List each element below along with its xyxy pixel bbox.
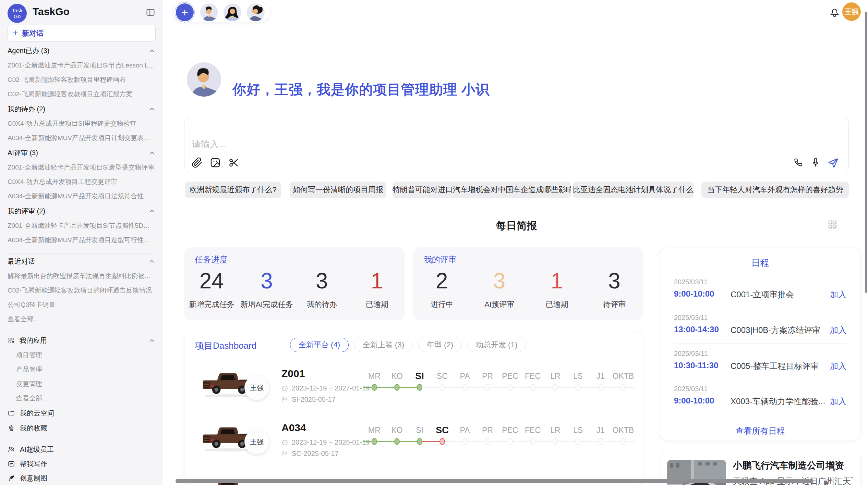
sidebar-item-favorites[interactable]: 我的收藏 [8, 421, 155, 436]
scissors-icon[interactable] [228, 157, 239, 168]
stat-label: 新增完成任务 [184, 299, 239, 310]
milestone-label: PA [454, 424, 476, 436]
milestone: PA [454, 424, 476, 445]
app-item[interactable]: 查看全部... [8, 391, 155, 406]
filter-pill[interactable]: 全新平台 (4) [290, 338, 349, 352]
new-chat-label: 新对话 [22, 28, 44, 38]
sidebar-header: Task Go TaskGo [0, 0, 163, 24]
sidebar-collapse-icon[interactable] [146, 8, 155, 17]
project-row[interactable]: 王强A0342023-12-19 ~ 2026-01-19SC-2025-05-… [184, 421, 643, 475]
suggestion-chip[interactable]: 当下年轻人对汽车外观有怎样的喜好趋势 [701, 182, 849, 198]
plus-icon: + [181, 6, 188, 19]
chat-input[interactable]: 请输入... [192, 138, 226, 150]
task-item[interactable]: A034-全新新能源MUV产品开发项目法规符合性评审 [8, 189, 155, 203]
event-date: 2025/03/11 [674, 350, 708, 358]
milestone-label: LS [567, 370, 589, 382]
milestone: FEC [521, 370, 544, 391]
attach-icon[interactable] [192, 157, 203, 168]
task-item[interactable]: Z001-全新燃油皮卡产品开发项目SI节点Lesson Learn报告 [8, 58, 155, 73]
section-header[interactable]: 我的待办 (2) [8, 101, 155, 116]
view-all-chats-link[interactable]: 查看全部... [8, 312, 155, 326]
milestone: PR [476, 424, 499, 445]
suggestion-chip[interactable]: 如何写一份清晰的项目周报 [290, 182, 386, 198]
task-item[interactable]: C0X4-动力总成开发项目SI里程碑提交物检查 [8, 116, 155, 131]
send-icon[interactable] [828, 157, 839, 168]
sidebar-item-cloud[interactable]: 我的云空间 [8, 406, 155, 421]
phone-icon[interactable] [793, 157, 804, 167]
sidebar-tool-people[interactable]: AI超级员工 [8, 442, 155, 457]
task-item[interactable]: C02-飞腾新能源轻客改款项目里程碑画布 [8, 73, 155, 87]
user-avatar[interactable]: 王强 [842, 2, 861, 21]
mic-icon[interactable] [810, 157, 821, 167]
filter-pill[interactable]: 动总开发 (1) [467, 338, 526, 352]
task-item[interactable]: C0X4-动力总成开发项目工程变更评审 [8, 175, 155, 189]
horizontal-scrollbar[interactable] [176, 479, 813, 483]
section-header[interactable]: Agent已办 (3) [8, 43, 155, 58]
recent-chat-item[interactable]: 解释最新出台的欧盟报废车法规再生塑料比例被调至15%... [8, 269, 155, 283]
join-link[interactable]: 加入 [830, 289, 846, 300]
suggestion-chip[interactable]: 欧洲新规最近颁布了什么? [185, 182, 281, 198]
project-row[interactable]: 王强Z0012023-12-19 ~ 2027-01-19SI-2025-05-… [184, 366, 643, 421]
stat-label: 新增AI完成任务 [239, 299, 294, 310]
greeting-text: 你好，王强，我是你的项目管理助理 小识 [232, 80, 490, 99]
suggestion-chip[interactable]: 特朗普可能对进口汽车增税会对中国车企造成哪些影响 [393, 182, 571, 198]
agent-avatar-3[interactable] [247, 3, 265, 21]
sidebar-tool-quill[interactable]: 创意制图 [8, 471, 155, 485]
section-header[interactable]: AI评审 (3) [8, 145, 155, 160]
app-item[interactable]: 变更管理 [8, 377, 155, 391]
section-label: 我的应用 [20, 336, 47, 345]
project-flag: SI-2025-05-17 [281, 396, 336, 403]
task-item[interactable]: A034-全新新能源MUV产品开发项目计划变更表编写 [8, 131, 155, 145]
dashboard-filters: 全新平台 (4)全新上装 (3)年型 (2)动总开发 (1) [290, 338, 526, 352]
filter-pill[interactable]: 全新上装 (3) [354, 338, 413, 352]
chevron-up-icon [148, 47, 155, 54]
section-label: 我的待办 (2) [8, 104, 45, 114]
image-upload-icon[interactable] [210, 157, 221, 168]
recent-chat-item[interactable]: 公司Q3轻卡销量 [8, 298, 155, 312]
add-agent-button[interactable]: + [176, 3, 194, 21]
stat-value: 1 [349, 269, 405, 293]
milestone-label: SC [431, 424, 454, 436]
milestone-dot [575, 384, 581, 391]
milestone-label: KO [386, 370, 408, 382]
milestone-label: PA [454, 370, 476, 382]
task-item[interactable]: Z001-全新燃油轻卡产品开发项目SI节点属性5D文件评审 [8, 219, 155, 233]
join-link[interactable]: 加入 [830, 396, 846, 407]
stat-value: 24 [184, 269, 239, 293]
recent-chat-item[interactable]: C02-飞腾新能源轻客改款项目的闭环通告反馈情况 [8, 283, 155, 298]
agent-avatar-2[interactable] [224, 3, 241, 21]
new-chat-button[interactable]: + 新对话 [8, 25, 156, 42]
task-item[interactable]: A034-全新新能源MUV产品开发项目造型可行性评审 [8, 233, 155, 247]
project-flag: SC-2025-05-17 [281, 450, 339, 458]
layout-grid-icon[interactable] [827, 219, 837, 229]
task-item[interactable]: Z001-全新燃油轻卡产品开发项目SI造型提交物评审 [8, 160, 155, 175]
join-link[interactable]: 加入 [830, 361, 846, 372]
scroll-down-icon[interactable]: ▼ [831, 467, 837, 474]
section-header[interactable]: 最近对话 [8, 254, 155, 269]
app-item[interactable]: 产品管理 [8, 362, 155, 377]
section-header[interactable]: 我的评审 (2) [8, 203, 155, 219]
section-header[interactable]: 我的应用 [8, 333, 155, 348]
folder-icon [8, 409, 15, 417]
task-item[interactable]: C02-飞腾新能源轻客改款项目立项汇报方案 [8, 87, 155, 101]
scroll-right-icon[interactable]: ▶ [824, 478, 829, 485]
stat-label: 待评审 [586, 299, 643, 310]
milestone: KO [386, 424, 408, 445]
milestone-label: PR [476, 370, 499, 382]
briefing-title: 每日简报 [184, 219, 849, 233]
sidebar-tool-write[interactable]: 帮我写作 [8, 457, 155, 471]
milestone-dot [417, 438, 422, 445]
user-name: 王强 [845, 7, 858, 16]
app-item[interactable]: 项目管理 [8, 348, 155, 362]
stat: 3待评审 [586, 269, 643, 310]
join-link[interactable]: 加入 [830, 325, 846, 336]
vertical-scrollbar[interactable] [865, 12, 867, 293]
milestone-label: SC [431, 370, 454, 382]
agent-avatar-1[interactable] [200, 3, 218, 21]
view-all-schedule-link[interactable]: 查看所有日程 [660, 425, 860, 436]
milestone-dot [598, 384, 603, 391]
notification-bell-icon[interactable] [829, 7, 840, 17]
suggestion-chip[interactable]: 比亚迪全固态电池计划具体说了什么 [573, 182, 694, 198]
project-code: Z001 [281, 368, 305, 380]
filter-pill[interactable]: 年型 (2) [418, 338, 462, 352]
